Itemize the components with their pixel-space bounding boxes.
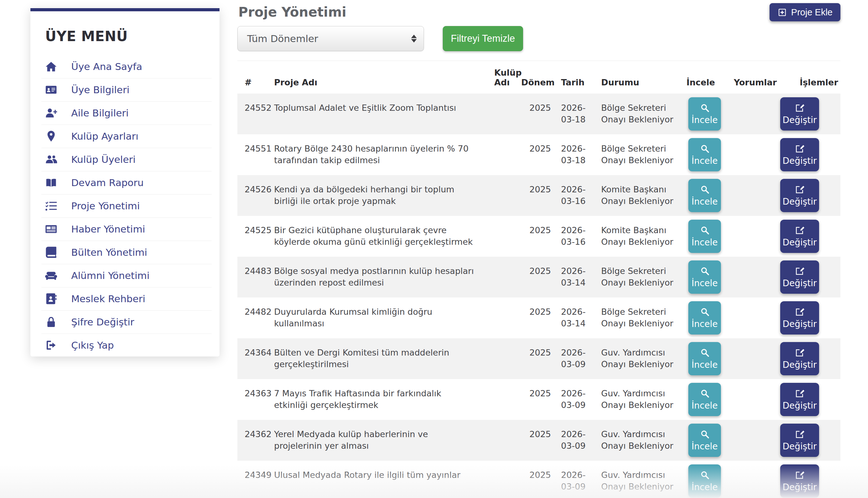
sidebar-item-uye-bilgileri[interactable]: Üye Bilgileri	[30, 78, 219, 101]
project-name-cell: Duyurularda Kurumsal kimliğin doğru kull…	[274, 298, 487, 329]
project-name-cell: Bölge sosyal medya postlarının kulüp hes…	[274, 257, 487, 289]
edit-button[interactable]: Değiştir	[780, 138, 819, 171]
date-cell: 2026-03-09	[551, 461, 596, 493]
edit-button[interactable]: Değiştir	[780, 220, 819, 253]
edit-button[interactable]: Değiştir	[780, 301, 819, 335]
project-id-cell: 24349	[238, 461, 274, 481]
project-id-cell: 24552	[238, 93, 274, 114]
date-cell: 2026-03-14	[551, 257, 596, 289]
add-project-button[interactable]: Proje Ekle	[770, 3, 840, 21]
project-name-cell: Toplumsal Adalet ve Eşitlik Zoom Toplant…	[274, 93, 487, 114]
status-cell: Guv. Yardımcısı Onayı Bekleniyor	[601, 420, 687, 452]
date-cell: 2026-03-09	[551, 420, 596, 452]
inspect-button[interactable]: İncele	[688, 260, 721, 294]
filter-row: Tüm Dönemler Filtreyi Temizle	[238, 26, 840, 51]
sidebar-item-devam-raporu[interactable]: Devam Raporu	[30, 171, 219, 194]
sidebar-item-aile-bilgileri[interactable]: Aile Bilgileri	[30, 101, 219, 124]
edit-icon	[795, 429, 805, 439]
search-icon	[700, 429, 710, 439]
inspect-button[interactable]: İncele	[688, 138, 721, 171]
sidebar-item-haber-yonetimi[interactable]: Haber Yönetimi	[30, 218, 219, 241]
sidebar-item-cikis-yap[interactable]: Çıkış Yap	[30, 333, 219, 357]
search-icon	[700, 103, 710, 113]
inspect-button[interactable]: İncele	[688, 464, 721, 498]
project-id-cell: 24551	[238, 134, 274, 154]
tasks-icon	[45, 200, 71, 212]
edit-icon	[795, 225, 805, 235]
period-cell: 2025	[521, 420, 551, 440]
inspect-button[interactable]: İncele	[688, 342, 721, 375]
sidebar-item-label: Şifre Değiştir	[71, 316, 134, 328]
inspect-button[interactable]: İncele	[688, 97, 721, 131]
edit-button[interactable]: Değiştir	[780, 383, 819, 416]
club-name-cell	[487, 420, 521, 428]
user-plus-icon	[45, 107, 71, 119]
period-select-value: Tüm Dönemler	[247, 33, 318, 44]
header-date: Tarih	[551, 78, 601, 87]
inspect-button[interactable]: İncele	[688, 301, 721, 335]
project-name-cell: 7 Mayıs Trafik Haftasında bir farkındalı…	[274, 379, 487, 411]
add-project-label: Proje Ekle	[791, 7, 832, 17]
table-header-row: # Proje Adı Kulüp Adı Dönem Tarih Durumu…	[238, 61, 840, 93]
sidebar-item-label: Kulüp Ayarları	[71, 131, 138, 142]
sidebar-item-bulten-yonetimi[interactable]: Bülten Yönetimi	[30, 241, 219, 264]
sidebar-item-kulup-uyeleri[interactable]: Kulüp Üyeleri	[30, 148, 219, 171]
project-name-cell: Rotary Bölge 2430 hesaplarının üyelerin …	[274, 134, 487, 166]
date-cell: 2026-03-16	[551, 175, 596, 207]
sidebar-item-sifre-degistir[interactable]: Şifre Değiştir	[30, 310, 219, 333]
table-row: 24349 Ulusal Medyada Rotary ile ilgili t…	[238, 461, 840, 498]
search-icon	[700, 389, 710, 398]
date-cell: 2026-03-18	[551, 134, 596, 166]
header-status: Durumu	[601, 78, 687, 87]
club-name-cell	[487, 216, 521, 224]
book-open-icon	[45, 177, 71, 188]
sidebar-item-meslek-rehberi[interactable]: Meslek Rehberi	[30, 287, 219, 310]
table-row: 24362 Yerel Medyada kulüp haberlerinin v…	[238, 420, 840, 461]
sidebar-item-kulup-ayarlari[interactable]: Kulüp Ayarları	[30, 124, 219, 148]
edit-button[interactable]: Değiştir	[780, 97, 819, 131]
period-select[interactable]: Tüm Dönemler	[238, 26, 424, 51]
project-id-cell: 24526	[238, 175, 274, 195]
edit-icon	[795, 348, 805, 357]
search-icon	[700, 225, 710, 235]
edit-button[interactable]: Değiştir	[780, 464, 819, 498]
period-cell: 2025	[521, 298, 551, 317]
sidebar-item-label: Bülten Yönetimi	[71, 247, 147, 258]
club-name-cell	[487, 175, 521, 184]
projects-table: # Proje Adı Kulüp Adı Dönem Tarih Durumu…	[238, 61, 840, 498]
clear-filter-button[interactable]: Filtreyi Temizle	[443, 26, 523, 51]
edit-button[interactable]: Değiştir	[780, 179, 819, 212]
edit-icon	[795, 103, 805, 113]
inspect-button[interactable]: İncele	[688, 383, 721, 416]
period-cell: 2025	[521, 175, 551, 195]
period-cell: 2025	[521, 134, 551, 154]
sidebar-item-proje-yonetimi[interactable]: Proje Yönetimi	[30, 194, 219, 218]
sidebar-item-alumni-yonetimi[interactable]: Alümni Yönetimi	[30, 264, 219, 287]
table-body: 24552 Toplumsal Adalet ve Eşitlik Zoom T…	[238, 93, 840, 498]
edit-icon	[795, 389, 805, 398]
sidebar-item-uye-ana-sayfa[interactable]: Üye Ana Sayfa	[30, 55, 219, 78]
page-title: Proje Yönetimi	[238, 4, 840, 20]
period-cell: 2025	[521, 216, 551, 236]
inspect-button[interactable]: İncele	[688, 424, 721, 457]
project-id-cell: 24364	[238, 338, 274, 358]
date-cell: 2026-03-14	[551, 298, 596, 329]
table-row: 24482 Duyurularda Kurumsal kimliğin doğr…	[238, 298, 840, 338]
table-row: 24483 Bölge sosyal medya postlarının kul…	[238, 257, 840, 298]
search-icon	[700, 184, 710, 194]
edit-button[interactable]: Değiştir	[780, 424, 819, 457]
inspect-button[interactable]: İncele	[688, 179, 721, 212]
inspect-button[interactable]: İncele	[688, 220, 721, 253]
home-icon	[45, 61, 71, 73]
club-name-cell	[487, 338, 521, 347]
search-icon	[700, 307, 710, 317]
edit-button[interactable]: Değiştir	[780, 260, 819, 294]
period-cell: 2025	[521, 257, 551, 277]
sidebar-item-label: Haber Yönetimi	[71, 223, 145, 235]
couch-icon	[45, 270, 71, 281]
edit-button[interactable]: Değiştir	[780, 342, 819, 375]
project-id-cell: 24483	[238, 257, 274, 277]
period-cell: 2025	[521, 338, 551, 358]
sidebar-item-label: Meslek Rehberi	[71, 293, 145, 304]
status-cell: Bölge Sekreteri Onayı Bekleniyor	[601, 93, 687, 126]
